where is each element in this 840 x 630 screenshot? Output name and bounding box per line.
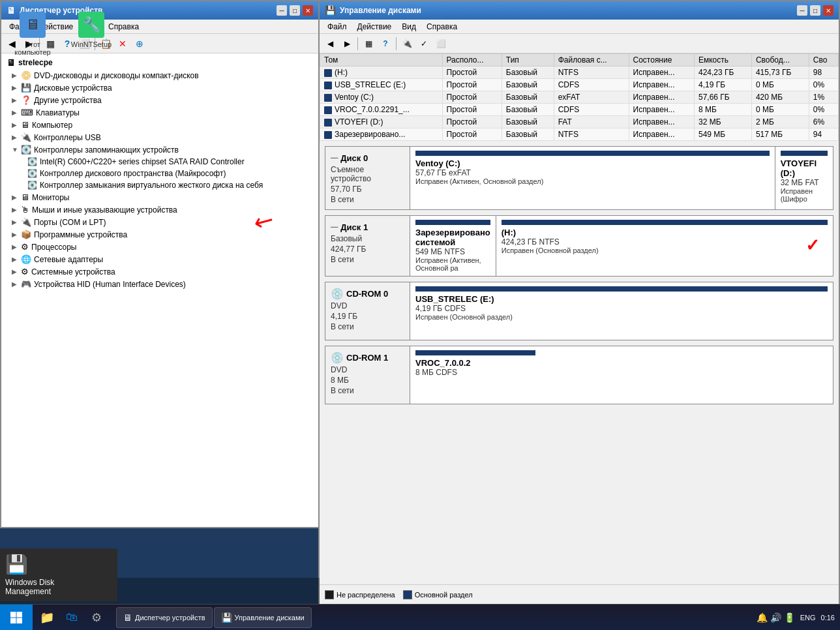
- minimize-button[interactable]: ─: [797, 5, 807, 16]
- taskbar-app-diskmgmt[interactable]: 💾 Управление дисками: [214, 607, 312, 628]
- dm-group-monitors-header[interactable]: ▶ 🖥 Мониторы: [1, 191, 318, 203]
- disk-forward-button[interactable]: ▶: [339, 36, 355, 52]
- cell-svobod: 517 МБ: [751, 128, 809, 141]
- cell-fs: FAT: [554, 116, 629, 128]
- dm-group-computer-header[interactable]: ▶ 🖥 Компьютер: [1, 119, 318, 131]
- cdrom1-name: CD-ROM 1: [346, 353, 388, 363]
- cell-sostoyanie: Исправен...: [629, 116, 694, 128]
- dm-child-disk-ctrl[interactable]: 💽 Контроллер дискового пространства (Май…: [1, 168, 318, 179]
- table-row[interactable]: (H:) Простой Базовый NTFS Исправен... 42…: [320, 67, 839, 79]
- dm-group-software-header[interactable]: ▶ 📦 Программные устройства: [1, 228, 318, 241]
- cell-fs: NTFS: [554, 128, 629, 141]
- col-fs[interactable]: Файловая с...: [554, 54, 629, 67]
- col-pct[interactable]: Сво: [809, 54, 838, 67]
- dm-group-kb-header[interactable]: ▶ ⌨ Клавиатуры: [1, 106, 318, 119]
- cell-fs: CDFS: [554, 79, 629, 91]
- minimize-button[interactable]: ─: [277, 5, 287, 16]
- disk-back-button[interactable]: ◀: [322, 36, 338, 52]
- dm-group-cpu: ▶ ⚙ Процессоры: [1, 241, 318, 253]
- start-button[interactable]: [0, 605, 33, 631]
- chevron-icon: ▶: [12, 134, 18, 141]
- cell-emkost: 4,19 ГБ: [694, 79, 751, 91]
- col-raspolozhenie[interactable]: Располо...: [442, 54, 502, 67]
- disk-grid-button[interactable]: ⬜: [433, 36, 449, 52]
- dm-group-system-header[interactable]: ▶ ⚙ Системные устройства: [1, 265, 318, 278]
- part-ventoy-status: Исправен (Активен, Основной раздел): [415, 177, 770, 185]
- disk-check-button[interactable]: ✓: [416, 36, 432, 52]
- taskbar-store-icon[interactable]: 🛍: [60, 606, 83, 629]
- disk-connect-button[interactable]: 🔌: [399, 36, 415, 52]
- cell-svobod: 0 МБ: [751, 79, 809, 91]
- dm-group-software-label: Программные устройства: [34, 230, 127, 239]
- cdrom1-part-vroc[interactable]: VROC_7.0.0.2 8 МБ CDFS: [410, 346, 541, 404]
- cell-tom: VROC_7.0.0.2291_...: [320, 104, 443, 116]
- disk-menu-help[interactable]: Справка: [421, 21, 462, 33]
- cell-emkost: 57,66 ГБ: [694, 91, 751, 104]
- dm-child-vhd[interactable]: 💽 Контроллер замыкания виртуального жест…: [1, 179, 318, 191]
- disk1-part-reserved[interactable]: Зарезервировано системой 549 МБ NTFS Исп…: [410, 216, 496, 276]
- close-button[interactable]: ✕: [303, 5, 313, 16]
- cdrom0-status: В сети: [331, 322, 404, 331]
- svg-rect-0: [10, 612, 16, 618]
- dm-group-network-label: Сетевые адаптеры: [34, 255, 103, 264]
- tray-power-icon: 🔋: [784, 612, 795, 623]
- cdrom0-part-usb[interactable]: USB_STRELEC (E:) 4,19 ГБ CDFS Исправен (…: [410, 282, 833, 340]
- dm-group-usb-header[interactable]: ▶ 🔌 Контроллеры USB: [1, 131, 318, 143]
- col-tip[interactable]: Тип: [502, 54, 554, 67]
- col-tom[interactable]: Том: [320, 54, 443, 67]
- maximize-button[interactable]: □: [810, 5, 820, 16]
- table-row[interactable]: VROC_7.0.0.2291_... Простой Базовый CDFS…: [320, 104, 839, 116]
- table-row[interactable]: Ventoy (C:) Простой Базовый exFAT Исправ…: [320, 91, 839, 104]
- disk-menu-action[interactable]: Действие: [352, 21, 397, 33]
- cell-sostoyanie: Исправен...: [629, 67, 694, 79]
- chevron-icon: ▶: [12, 256, 18, 263]
- cdrom0-label: 💿 CD-ROM 0 DVD 4,19 ГБ В сети: [325, 282, 410, 340]
- tray-lang[interactable]: ENG: [798, 614, 818, 622]
- disk-menu-file[interactable]: Файл: [322, 21, 352, 33]
- desktop-icon-winntsetup[interactable]: 🔧 WinNTSetup: [65, 7, 117, 61]
- close-button[interactable]: ✕: [823, 5, 833, 16]
- disk1-part-h[interactable]: (H:) 424,23 ГБ NTFS Исправен (Основной р…: [496, 216, 833, 276]
- dm-group-other-header[interactable]: ▶ ❓ Другие устройства: [1, 94, 318, 106]
- dm-group-hid-header[interactable]: ▶ 🎮 Устройства HID (Human Interface Devi…: [1, 278, 318, 290]
- dm-add-button[interactable]: ⊕: [132, 36, 147, 52]
- taskbar-app-devmgr[interactable]: 🖥 Диспетчер устройств: [116, 607, 213, 628]
- taskbar-settings-icon[interactable]: ⚙: [85, 606, 108, 629]
- dm-child-intel[interactable]: 💽 Intel(R) C600+/C220+ series chipset SA…: [1, 156, 318, 168]
- disk-view-button[interactable]: ▦: [361, 36, 376, 52]
- disk-management-window: 💾 Управление дисками ─ □ ✕ Файл Действие…: [318, 0, 840, 605]
- col-emkost[interactable]: Емкость: [694, 54, 751, 67]
- part-vtoyefi-size: 32 МБ FAT: [781, 178, 828, 187]
- dm-group-storage-header[interactable]: ▼ 💽 Контроллеры запоминающих устройств: [1, 143, 318, 156]
- dm-group-computer: ▶ 🖥 Компьютер: [1, 119, 318, 131]
- col-svobod[interactable]: Свобод...: [751, 54, 809, 67]
- dm-group-usb: ▶ 🔌 Контроллеры USB: [1, 131, 318, 143]
- taskbar-app-devmgr-label: Диспетчер устройств: [135, 614, 205, 622]
- disk0-part-vtoyefi[interactable]: VTOYEFI (D:) 32 МБ FAT Исправен (Шифро: [775, 147, 833, 209]
- dm-group-disks-header[interactable]: ▶ 💾 Дисковые устройства: [1, 82, 318, 94]
- disk-menu-view[interactable]: Вид: [397, 21, 421, 33]
- maximize-button[interactable]: □: [290, 5, 300, 16]
- dm-group-mice-label: Мыши и иные указывающие устройства: [32, 205, 177, 215]
- desktop-icon-this-pc[interactable]: 🖥 Этоткомпьютер: [7, 7, 59, 61]
- table-row[interactable]: VTOYEFI (D:) Простой Базовый FAT Исправе…: [320, 116, 839, 128]
- disk0-size: 57,70 ГБ: [331, 185, 404, 194]
- dm-group-dvd-header[interactable]: ▶ 📀 DVD-дисководы и дисководы компакт-ди…: [1, 69, 318, 82]
- dm-group-disks-label: Дисковые устройства: [34, 83, 112, 93]
- disk0-part-ventoy[interactable]: Ventoy (C:) 57,67 ГБ exFAT Исправен (Акт…: [410, 147, 775, 209]
- cell-pct: 0%: [809, 79, 838, 91]
- taskbar-file-manager-icon[interactable]: 📁: [35, 606, 59, 629]
- col-sostoyanie[interactable]: Состояние: [629, 54, 694, 67]
- cell-raspolozhenie: Простой: [442, 104, 502, 116]
- chevron-icon: ▶: [12, 218, 18, 226]
- windows-disk-mgmt-icon[interactable]: 💾 Windows DiskManagement: [0, 548, 117, 601]
- dm-group-cpu-header[interactable]: ▶ ⚙ Процессоры: [1, 241, 318, 253]
- cell-fs: NTFS: [554, 67, 629, 79]
- dm-group-network-header[interactable]: ▶ 🌐 Сетевые адаптеры: [1, 253, 318, 265]
- cell-tom: (H:): [320, 67, 443, 79]
- disk-help-button[interactable]: ?: [378, 36, 393, 52]
- table-row[interactable]: USB_STRELEC (E:) Простой Базовый CDFS Ис…: [320, 79, 839, 91]
- part-vroc-name: VROC_7.0.0.2: [415, 358, 535, 368]
- table-row[interactable]: Зарезервировано... Простой Базовый NTFS …: [320, 128, 839, 141]
- dm-group-dvd: ▶ 📀 DVD-дисководы и дисководы компакт-ди…: [1, 69, 318, 82]
